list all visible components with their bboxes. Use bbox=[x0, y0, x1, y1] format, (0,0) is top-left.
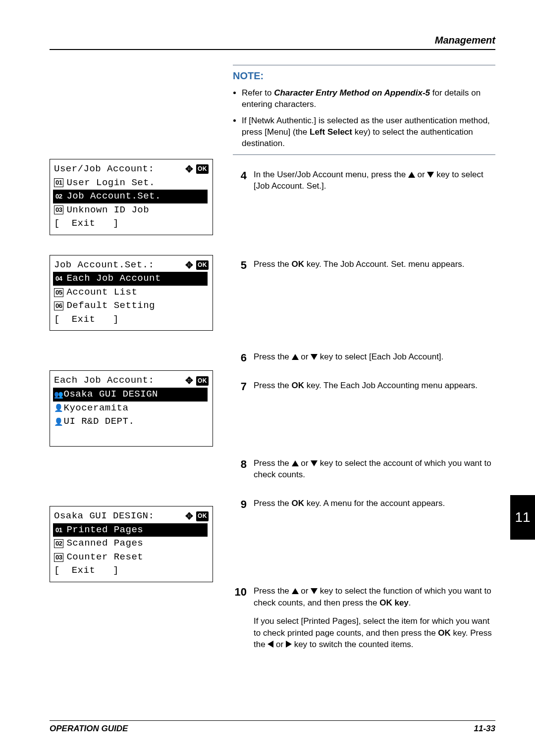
footer-left: OPERATION GUIDE bbox=[50, 724, 128, 734]
lcd-title-icons: ✥ OK bbox=[185, 374, 209, 388]
up-triangle-icon bbox=[408, 172, 415, 178]
lcd-item: Job Account.Set. bbox=[66, 190, 160, 203]
up-triangle-icon bbox=[292, 460, 299, 466]
lcd-title-row: Job Account.Set.: ✥ OK bbox=[54, 258, 209, 272]
right-triangle-icon bbox=[286, 641, 292, 648]
lcd-title-icons: ✥ OK bbox=[185, 162, 209, 176]
step-body: Press the OK key. The Each Job Accountin… bbox=[254, 380, 478, 398]
note-title: NOTE: bbox=[233, 70, 495, 82]
index-box: 03 bbox=[54, 205, 63, 214]
lcd-row-selected: 04Each Job Account bbox=[53, 272, 208, 286]
note-rule-top bbox=[233, 65, 495, 65]
note-bullet: Refer to Character Entry Method on Appen… bbox=[242, 88, 495, 110]
lcd-title-row: Osaka GUI DESIGN: ✥ OK bbox=[54, 509, 209, 523]
step-number: 5 bbox=[233, 258, 247, 277]
lcd-title-row: User/Job Account: ✥ OK bbox=[54, 162, 209, 176]
person-icon: 👤 bbox=[54, 416, 64, 427]
lcd-row: 03Unknown ID Job bbox=[54, 203, 209, 217]
page-number: 11-33 bbox=[474, 724, 495, 734]
step-number: 8 bbox=[233, 457, 247, 488]
index-box: 03 bbox=[54, 553, 63, 562]
lcd-exit-row: [ Exit ] bbox=[54, 313, 209, 327]
note-bullet: If [Netwk Authentic.] is selected as the… bbox=[242, 115, 495, 150]
lcd-row: 02Scanned Pages bbox=[54, 537, 209, 551]
lcd-row: 👤Kyoceramita bbox=[54, 402, 209, 415]
note-list: Refer to Character Entry Method on Appen… bbox=[233, 88, 495, 150]
lcd-row: 👤UI R&D DEPT. bbox=[54, 415, 209, 429]
lcd-row-selected: 01Printed Pages bbox=[53, 523, 208, 537]
lcd-item: Account List bbox=[66, 286, 137, 300]
lcd-item: User Login Set. bbox=[66, 176, 155, 190]
chapter-tab: 11 bbox=[510, 495, 535, 540]
nav-arrows-icon: ✥ bbox=[185, 162, 194, 176]
lcd-title: User/Job Account: bbox=[54, 162, 154, 176]
up-triangle-icon bbox=[292, 354, 299, 360]
lcd-title-row: Each Job Account: ✥ OK bbox=[54, 374, 209, 388]
step-8: 8 Press the or key to select the account… bbox=[233, 457, 495, 488]
left-column: User/Job Account: ✥ OK 01User Login Set.… bbox=[50, 65, 218, 667]
step-number: 4 bbox=[233, 169, 247, 199]
index-box: 05 bbox=[54, 288, 63, 297]
nav-arrows-icon: ✥ bbox=[185, 258, 194, 272]
right-column: NOTE: Refer to Character Entry Method on… bbox=[233, 65, 495, 667]
lcd-item: Printed Pages bbox=[66, 523, 143, 537]
lcd-item: UI R&D DEPT. bbox=[64, 415, 135, 429]
step-5: 5 Press the OK key. The Job Account. Set… bbox=[233, 258, 495, 277]
content-columns: User/Job Account: ✥ OK 01User Login Set.… bbox=[50, 65, 495, 667]
lcd-item: Counter Reset bbox=[66, 551, 143, 564]
lcd-exit-row: [ Exit ] bbox=[54, 564, 209, 578]
lcd-panel-osaka-gui-design: Osaka GUI DESIGN: ✥ OK 01Printed Pages 0… bbox=[50, 506, 213, 582]
down-triangle-icon bbox=[311, 460, 318, 466]
step-4: 4 In the User/Job Account menu, press th… bbox=[233, 169, 495, 199]
footer: OPERATION GUIDE 11-33 bbox=[50, 720, 495, 734]
lcd-row: 05Account List bbox=[54, 286, 209, 300]
up-triangle-icon bbox=[292, 588, 299, 594]
step-body: Press the OK key. The Job Account. Set. … bbox=[254, 258, 465, 277]
index-box: 01 bbox=[54, 178, 63, 187]
lcd-row: 01User Login Set. bbox=[54, 176, 209, 190]
step-number: 7 bbox=[233, 380, 247, 398]
lcd-title-icons: ✥ OK bbox=[185, 509, 209, 523]
lcd-panel-job-account-set: Job Account.Set.: ✥ OK 04Each Job Accoun… bbox=[50, 255, 213, 331]
lcd-item: Kyoceramita bbox=[64, 402, 129, 415]
step-7: 7 Press the OK key. The Each Job Account… bbox=[233, 380, 495, 398]
step-body: Press the or key to select the account o… bbox=[254, 457, 495, 488]
lcd-item: Each Job Account bbox=[66, 272, 160, 286]
lcd-title: Job Account.Set.: bbox=[54, 258, 154, 272]
step-number: 9 bbox=[233, 498, 247, 516]
lcd-exit-row: [ Exit ] bbox=[54, 217, 209, 231]
nav-arrows-icon: ✥ bbox=[185, 374, 194, 388]
header-rule bbox=[50, 49, 495, 50]
nav-arrows-icon: ✥ bbox=[185, 509, 194, 523]
ok-icon: OK bbox=[196, 511, 209, 521]
lcd-title: Each Job Account: bbox=[54, 374, 154, 388]
step-6: 6 Press the or key to select [Each Job A… bbox=[233, 351, 495, 369]
lcd-item: Osaka GUI DESIGN bbox=[64, 388, 158, 402]
step-body: Press the OK key. A menu for the account… bbox=[254, 498, 445, 516]
lcd-row-selected: 02Job Account.Set. bbox=[53, 190, 208, 203]
lcd-title-icons: ✥ OK bbox=[185, 258, 209, 272]
ok-icon: OK bbox=[196, 376, 209, 386]
down-triangle-icon bbox=[311, 588, 318, 594]
person-icon: 👤 bbox=[54, 403, 64, 413]
left-triangle-icon bbox=[268, 641, 273, 648]
group-icon: 👥 bbox=[54, 389, 64, 400]
section-header: Management bbox=[50, 35, 495, 46]
index-box: 01 bbox=[54, 526, 63, 535]
page: Management User/Job Account: ✥ OK 01User… bbox=[0, 0, 535, 756]
index-box: 04 bbox=[54, 274, 63, 283]
lcd-row: 03Counter Reset bbox=[54, 551, 209, 564]
lcd-panel-each-job-account: Each Job Account: ✥ OK 👥Osaka GUI DESIGN… bbox=[50, 370, 213, 447]
step-body: In the User/Job Account menu, press the … bbox=[254, 169, 495, 199]
step-body: Press the or key to select [Each Job Acc… bbox=[254, 351, 443, 369]
index-box: 06 bbox=[54, 302, 63, 310]
step-number: 10 bbox=[233, 585, 247, 657]
step-10: 10 Press the or key to select the functi… bbox=[233, 585, 495, 657]
note-rule-bottom bbox=[233, 154, 495, 155]
lcd-item: Scanned Pages bbox=[66, 537, 143, 551]
lcd-item: Default Setting bbox=[66, 299, 155, 313]
lcd-item: Unknown ID Job bbox=[66, 203, 149, 217]
index-box: 02 bbox=[54, 539, 63, 548]
index-box: 02 bbox=[54, 192, 63, 201]
lcd-panel-user-job-account: User/Job Account: ✥ OK 01User Login Set.… bbox=[50, 159, 213, 235]
